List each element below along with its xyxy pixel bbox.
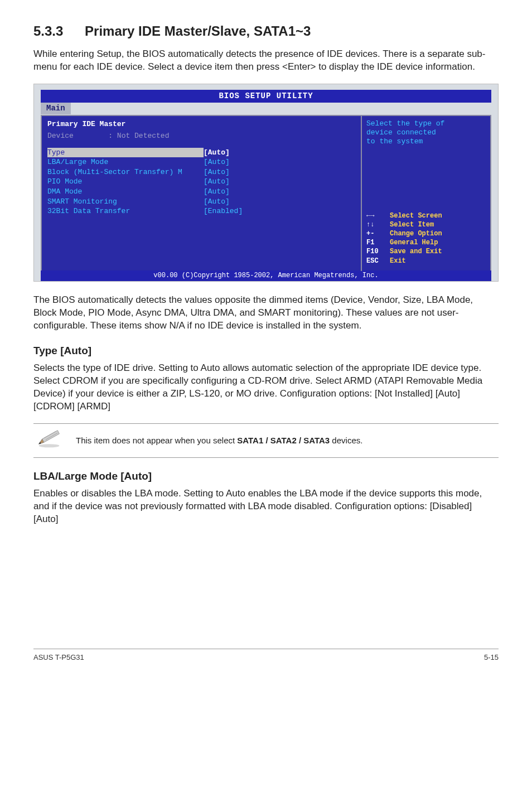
bios-copyright-bar: v00.00 (C)Copyright 1985-2002, American … <box>41 270 491 281</box>
bios-setting-label: SMART Monitoring <box>47 197 204 207</box>
bios-setting-row[interactable]: LBA/Large Mode[Auto] <box>47 157 355 167</box>
bios-setting-label: 32Bit Data Transfer <box>47 206 204 216</box>
bios-setting-value: [Auto] <box>204 148 230 158</box>
section-number: 5.3.3 <box>33 22 63 40</box>
bios-setting-row[interactable]: DMA Mode[Auto] <box>47 187 355 197</box>
section-heading: 5.3.3 Primary IDE Master/Slave, SATA1~3 <box>33 22 499 40</box>
footer-right: 5-15 <box>484 653 499 663</box>
bios-key-row: F10Save and Exit <box>366 247 486 256</box>
bios-setting-value: [Auto] <box>204 197 230 207</box>
intro-paragraph: While entering Setup, the BIOS automatic… <box>33 48 499 74</box>
note-prefix: This item does not appear when you selec… <box>76 436 237 445</box>
bios-title-bar: BIOS SETUP UTILITY <box>41 90 491 103</box>
bios-setting-value: [Enabled] <box>204 206 243 216</box>
lba-body: Enables or disables the LBA mode. Settin… <box>33 487 499 526</box>
bios-setting-value: [Auto] <box>204 177 230 187</box>
bios-body: Primary IDE Master Device : Not Detected… <box>41 115 491 271</box>
bios-key: +- <box>366 229 390 238</box>
bios-key-legend: ←→Select Screen↑↓Select Item+-Change Opt… <box>366 211 486 265</box>
bios-screenshot: BIOS SETUP UTILITY Main Primary IDE Mast… <box>33 84 499 282</box>
bios-key-row: F1General Help <box>366 238 486 247</box>
bios-device-value: : Not Detected <box>108 132 169 140</box>
section-title-text: Primary IDE Master/Slave, SATA1~3 <box>85 23 311 38</box>
bios-key-row: +-Change Option <box>366 229 486 238</box>
note-bold: SATA1 / SATA2 / SATA3 <box>237 436 330 445</box>
type-heading: Type [Auto] <box>33 344 499 358</box>
bios-key-row: ←→Select Screen <box>366 211 486 220</box>
bios-help-line: device connected <box>366 128 486 137</box>
bios-key-row: ↑↓Select Item <box>366 220 486 229</box>
bios-key-desc: Select Screen <box>390 211 442 220</box>
bios-setting-value: [Auto] <box>204 157 230 167</box>
bios-setting-label: Block (Multi-Sector Transfer) M <box>47 167 204 177</box>
bios-setting-label: PIO Mode <box>47 177 204 187</box>
bios-device-line: Device : Not Detected <box>47 131 355 141</box>
bios-help-line: Select the type of <box>366 119 486 128</box>
bios-key-desc: Save and Exit <box>390 247 442 256</box>
bios-setting-label: DMA Mode <box>47 187 204 197</box>
bios-key: F10 <box>366 247 390 256</box>
pencil-icon <box>36 429 62 452</box>
bios-setting-value: [Auto] <box>204 187 230 197</box>
bios-right-pane: Select the type ofdevice connectedto the… <box>362 116 490 271</box>
svg-point-0 <box>39 444 60 447</box>
bios-device-label: Device <box>47 132 74 140</box>
bios-key: ↑↓ <box>366 220 390 229</box>
note-suffix: devices. <box>330 436 362 445</box>
bios-key-desc: Change Option <box>390 229 442 238</box>
note-text: This item does not appear when you selec… <box>76 435 496 446</box>
bios-setting-label: Type <box>47 148 204 158</box>
after-bios-paragraph: The BIOS automatically detects the value… <box>33 294 499 332</box>
bios-setting-row[interactable]: Block (Multi-Sector Transfer) M[Auto] <box>47 167 355 177</box>
footer-left: ASUS T-P5G31 <box>33 653 84 663</box>
bios-key: ESC <box>366 257 390 265</box>
lba-heading: LBA/Large Mode [Auto] <box>33 469 499 484</box>
bios-help-line: to the system <box>366 137 486 146</box>
bios-key-desc: Select Item <box>390 220 434 229</box>
bios-key-row: ESCExit <box>366 257 486 265</box>
bios-help-text: Select the type ofdevice connectedto the… <box>366 119 486 147</box>
bios-key: F1 <box>366 238 390 247</box>
page-footer: ASUS T-P5G31 5-15 <box>33 649 499 663</box>
bios-key-desc: Exit <box>390 257 406 265</box>
bios-setting-label: LBA/Large Mode <box>47 157 204 167</box>
type-body: Selects the type of IDE drive. Setting t… <box>33 362 499 413</box>
bios-setting-row[interactable]: Type[Auto] <box>47 148 355 158</box>
note-callout: This item does not appear when you selec… <box>33 423 499 458</box>
bios-tab-main[interactable]: Main <box>41 103 71 114</box>
bios-left-pane: Primary IDE Master Device : Not Detected… <box>42 116 362 271</box>
bios-key-desc: General Help <box>390 238 438 247</box>
bios-setting-row[interactable]: SMART Monitoring[Auto] <box>47 197 355 207</box>
bios-setting-row[interactable]: PIO Mode[Auto] <box>47 177 355 187</box>
bios-panel-title: Primary IDE Master <box>47 119 355 129</box>
bios-setting-value: [Auto] <box>204 167 230 177</box>
bios-key: ←→ <box>366 211 390 220</box>
bios-setting-row[interactable]: 32Bit Data Transfer[Enabled] <box>47 206 355 216</box>
